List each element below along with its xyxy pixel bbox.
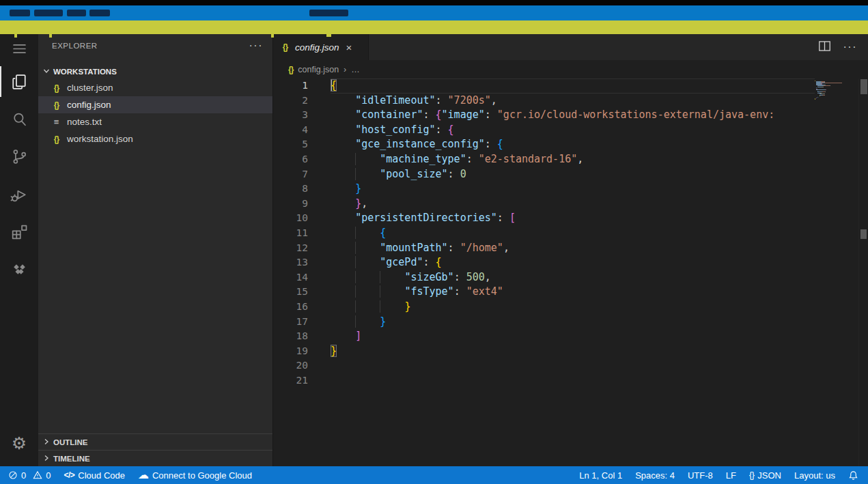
- code-line: [331, 373, 815, 388]
- status-eol[interactable]: LF: [726, 470, 736, 481]
- activity-extensions-icon[interactable]: [0, 213, 38, 251]
- panel-timeline[interactable]: TIMELINE: [38, 450, 272, 466]
- file-workstation-json[interactable]: {}workstation.json: [38, 130, 272, 147]
- scrollbar-thumb[interactable]: [860, 79, 867, 94]
- line-number: 18: [273, 329, 308, 344]
- status-label: Cloud Code: [78, 470, 125, 481]
- line-number: 9: [273, 197, 308, 212]
- activity-search-icon[interactable]: [0, 100, 38, 138]
- bell-icon: [848, 470, 858, 481]
- status-keyboard-layout[interactable]: Layout: us: [794, 470, 835, 481]
- code-line: "container": {"image": "gcr.io/cloud-wor…: [331, 108, 815, 123]
- code-line: }: [331, 315, 815, 330]
- status-problems[interactable]: 00: [8, 470, 51, 481]
- status-label: UTF-8: [688, 470, 713, 481]
- breadcrumb-file[interactable]: config.json: [298, 65, 339, 74]
- editor-scrollbar[interactable]: [858, 79, 868, 466]
- line-number: 1: [273, 79, 308, 94]
- line-number: 8: [273, 182, 308, 197]
- titlebar-text-illegible: [67, 10, 86, 16]
- titlebar-text-illegible: [10, 10, 30, 16]
- code-line: {: [331, 79, 815, 94]
- panel-label: TIMELINE: [53, 455, 90, 463]
- editor-actions: ···: [818, 34, 868, 60]
- code-content[interactable]: { "idleTimeout": "7200s", "container": {…: [331, 79, 815, 466]
- status-connect-google-cloud[interactable]: ☁Connect to Google Cloud: [138, 470, 252, 481]
- banner-tick: [14, 34, 17, 38]
- minimap[interactable]: [815, 79, 858, 466]
- code-editor: 123456789101112131415161718192021 { "idl…: [273, 79, 868, 466]
- workbench: ⚙ EXPLORER ··· WORKSTATIONS {}cluster.js…: [0, 34, 868, 466]
- status-notifications[interactable]: [848, 470, 858, 481]
- code-line: [331, 358, 815, 373]
- activity-source-control-icon[interactable]: [0, 138, 38, 175]
- line-number: 19: [273, 344, 308, 359]
- tab-bar: {} config.json × ···: [273, 34, 868, 60]
- activity-run-debug-icon[interactable]: [0, 175, 38, 213]
- line-number: 10: [273, 211, 308, 226]
- tab-title: config.json: [295, 42, 339, 53]
- titlebar-text-illegible: [34, 10, 63, 16]
- panel-label: OUTLINE: [53, 438, 87, 446]
- file-cluster-json[interactable]: {}cluster.json: [38, 79, 272, 96]
- status-indentation[interactable]: Spaces: 4: [635, 470, 675, 481]
- line-number: 4: [273, 123, 308, 138]
- activity-settings-icon[interactable]: ⚙: [0, 425, 38, 462]
- tab-config-json[interactable]: {} config.json ×: [273, 34, 369, 60]
- line-number: 5: [273, 137, 308, 152]
- status-language-mode[interactable]: {}JSON: [749, 470, 781, 481]
- json-file-icon: {}: [288, 65, 293, 74]
- code-line: "idleTimeout": "7200s",: [331, 94, 815, 109]
- sidebar-more-actions-icon[interactable]: ···: [249, 40, 263, 52]
- code-line: "gce_instance_config": {: [331, 137, 815, 152]
- code-line: "host_config": {: [331, 123, 815, 138]
- explorer-sidebar: EXPLORER ··· WORKSTATIONS {}cluster.json…: [38, 34, 272, 466]
- activity-explorer-icon[interactable]: [0, 63, 38, 100]
- line-number: 15: [273, 285, 308, 300]
- line-number: 13: [273, 255, 308, 270]
- banner-tick: [49, 34, 52, 38]
- code-icon: </>: [64, 470, 74, 480]
- file-label: workstation.json: [67, 134, 133, 144]
- status-label: 0: [46, 470, 51, 481]
- chevron-right-icon: [41, 438, 51, 447]
- line-number: 17: [273, 315, 308, 330]
- split-editor-icon[interactable]: [818, 40, 831, 55]
- breadcrumb-symbols[interactable]: …: [351, 65, 360, 74]
- code-line: }: [331, 182, 815, 197]
- file-tree: WORKSTATIONS {}cluster.json{}config.json…: [38, 57, 272, 433]
- file-label: cluster.json: [67, 83, 113, 93]
- folder-workstations[interactable]: WORKSTATIONS: [38, 63, 272, 79]
- activity-menu-icon[interactable]: [0, 34, 38, 63]
- screen: ⚙ EXPLORER ··· WORKSTATIONS {}cluster.js…: [0, 0, 868, 484]
- status-label: JSON: [757, 470, 781, 481]
- file-config-json[interactable]: {}config.json: [38, 96, 272, 113]
- titlebar-text-illegible: [309, 10, 348, 16]
- file-label: config.json: [67, 100, 111, 110]
- status-cursor-position[interactable]: Ln 1, Col 1: [579, 470, 622, 481]
- screen-top-edge: [0, 0, 868, 5]
- status-cloud-code[interactable]: </>Cloud Code: [64, 470, 125, 481]
- activity-cloud-code-icon[interactable]: [0, 251, 38, 288]
- file-notes-txt[interactable]: ≡notes.txt: [38, 113, 272, 130]
- banner-tick: [271, 34, 274, 38]
- panel-outline[interactable]: OUTLINE: [38, 433, 272, 450]
- code-line: }: [331, 344, 815, 359]
- folder-label: WORKSTATIONS: [53, 68, 117, 76]
- close-tab-icon[interactable]: ×: [346, 42, 352, 53]
- line-number: 7: [273, 167, 308, 182]
- code-line: "sizeGb": 500,: [331, 270, 815, 285]
- status-bar: 00</>Cloud Code☁Connect to Google Cloud …: [0, 466, 868, 484]
- status-label: 0: [21, 470, 26, 481]
- line-number: 3: [273, 108, 308, 123]
- line-number-gutter: 123456789101112131415161718192021: [273, 79, 331, 466]
- line-number: 14: [273, 270, 308, 285]
- banner-tick: [326, 34, 331, 37]
- code-line: "fsType": "ext4": [331, 285, 815, 300]
- status-encoding[interactable]: UTF-8: [688, 470, 713, 481]
- cloud-icon: ☁: [138, 470, 149, 481]
- editor-more-actions-icon[interactable]: ···: [843, 41, 857, 53]
- status-label: Ln 1, Col 1: [579, 470, 622, 481]
- status-label: Layout: us: [794, 470, 835, 481]
- activity-bar: ⚙: [0, 34, 38, 466]
